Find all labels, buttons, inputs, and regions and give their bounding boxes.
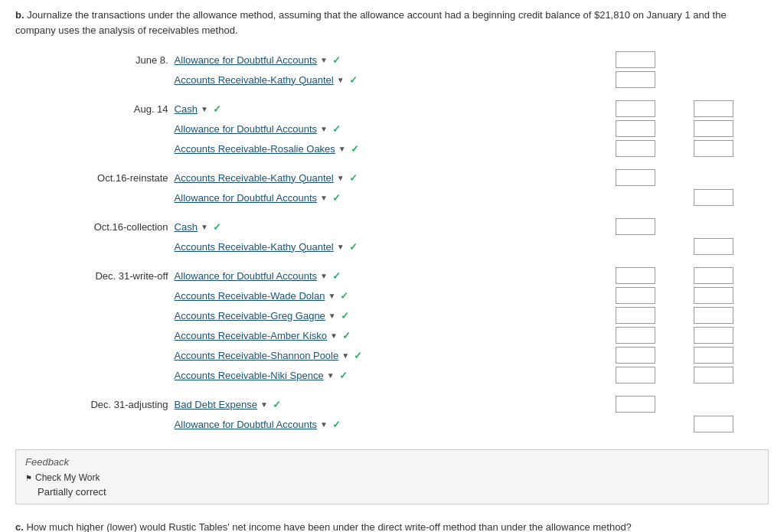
- part-c-text: c. How much higher (lower) would Rustic …: [15, 520, 769, 532]
- credit-input-oct16r-2[interactable]: [694, 189, 733, 206]
- account-allowance-june8[interactable]: Allowance for Doubtful Accounts: [175, 54, 317, 66]
- date-cell: Oct.16-reinstate: [15, 168, 172, 188]
- debit-input-aug14-3[interactable]: [616, 140, 655, 157]
- credit-input-dec31w-6[interactable]: [694, 367, 733, 383]
- dropdown-arrow[interactable]: ▼: [201, 223, 208, 231]
- account-ar-kathy-june8[interactable]: Accounts Receivable-Kathy Quantel: [175, 74, 334, 86]
- debit-input-dec31w-2[interactable]: [616, 287, 655, 304]
- label-b: b.: [15, 9, 24, 21]
- check-icon: ✓: [332, 419, 341, 430]
- debit-input-dec31w-5[interactable]: [616, 347, 655, 364]
- dropdown-arrow[interactable]: ▼: [201, 105, 208, 113]
- debit-cell: [612, 325, 691, 345]
- credit-cell: [691, 217, 769, 237]
- account-ar-kathy-oct16r[interactable]: Accounts Receivable-Kathy Quantel: [175, 172, 334, 184]
- account-select-wrapper: Accounts Receivable-Niki Spence ▼ ✓: [175, 370, 348, 381]
- dropdown-arrow[interactable]: ▼: [341, 351, 349, 360]
- debit-input-dec31w-4[interactable]: [616, 327, 655, 344]
- account-cell: Accounts Receivable-Greg Gagne ▼ ✓: [172, 305, 613, 325]
- account-ar-niki-dec31w[interactable]: Accounts Receivable-Niki Spence: [175, 370, 324, 381]
- account-ar-greg-dec31w[interactable]: Accounts Receivable-Greg Gagne: [175, 310, 325, 321]
- table-row: Allowance for Doubtful Accounts ▼ ✓: [15, 414, 769, 434]
- debit-input-aug14-1[interactable]: [616, 100, 655, 117]
- dropdown-arrow[interactable]: ▼: [337, 76, 345, 84]
- credit-input-dec31w-2[interactable]: [694, 287, 733, 304]
- dropdown-arrow[interactable]: ▼: [260, 400, 268, 409]
- debit-cell: [612, 70, 691, 90]
- credit-input-oct16c-2[interactable]: [694, 238, 733, 255]
- account-select-wrapper: Accounts Receivable-Amber Kisko ▼ ✓: [175, 330, 351, 341]
- check-icon: ✓: [349, 172, 358, 184]
- account-cell: Allowance for Doubtful Accounts ▼ ✓: [172, 50, 613, 70]
- debit-cell: [612, 99, 691, 119]
- account-ar-rosalie-aug14[interactable]: Accounts Receivable-Rosalie Oakes: [175, 143, 335, 155]
- debit-cell: [612, 50, 691, 70]
- credit-input-dec31w-1[interactable]: [694, 267, 733, 284]
- account-allowance-dec31w[interactable]: Allowance for Doubtful Accounts: [175, 270, 317, 282]
- dropdown-arrow[interactable]: ▼: [320, 194, 328, 202]
- dropdown-arrow[interactable]: ▼: [320, 56, 328, 64]
- date-cell: [15, 345, 172, 365]
- account-select-wrapper: Accounts Receivable-Kathy Quantel ▼ ✓: [175, 74, 358, 86]
- credit-input-june8-2[interactable]: [616, 71, 655, 88]
- account-ar-wade-dec31w[interactable]: Accounts Receivable-Wade Dolan: [175, 290, 325, 302]
- dropdown-arrow[interactable]: ▼: [337, 243, 345, 251]
- check-icon: ✓: [339, 370, 348, 381]
- debit-input-oct16r-1[interactable]: [616, 169, 655, 186]
- debit-input-aug14-2[interactable]: [616, 120, 655, 137]
- table-row: Oct.16-reinstate Accounts Receivable-Kat…: [15, 168, 769, 188]
- debit-input-dec31w-3[interactable]: [616, 307, 655, 324]
- account-ar-shannon-dec31w[interactable]: Accounts Receivable-Shannon Poole: [175, 350, 339, 361]
- account-cell: Allowance for Doubtful Accounts ▼ ✓: [172, 188, 613, 207]
- debit-input-dec31a-1[interactable]: [616, 396, 655, 413]
- dropdown-arrow[interactable]: ▼: [327, 371, 335, 380]
- credit-input-aug14-3[interactable]: [694, 140, 733, 157]
- dropdown-arrow[interactable]: ▼: [328, 312, 336, 320]
- account-select-wrapper: Accounts Receivable-Wade Dolan ▼ ✓: [175, 290, 349, 302]
- credit-input-dec31a-2[interactable]: [694, 416, 733, 432]
- check-icon: ✓: [340, 290, 348, 302]
- debit-cell: [612, 365, 691, 385]
- label-c: c.: [15, 521, 24, 532]
- account-cell: Cash ▼ ✓: [172, 217, 613, 237]
- account-select-wrapper: Cash ▼ ✓: [175, 103, 221, 115]
- debit-input-dec31w-1[interactable]: [616, 267, 655, 284]
- debit-cell: [612, 119, 691, 139]
- journal-table: June 8. Allowance for Doubtful Accounts …: [15, 50, 769, 434]
- check-icon: ✓: [332, 192, 341, 204]
- check-my-work-label: Check My Work: [35, 472, 100, 483]
- dropdown-arrow[interactable]: ▼: [328, 292, 335, 300]
- dropdown-arrow[interactable]: ▼: [337, 174, 345, 182]
- credit-input-dec31w-3[interactable]: [694, 307, 733, 324]
- dropdown-arrow[interactable]: ▼: [320, 420, 328, 429]
- account-cell: Allowance for Doubtful Accounts ▼ ✓: [172, 414, 613, 434]
- dropdown-arrow[interactable]: ▼: [320, 272, 328, 280]
- date-cell: June 8.: [15, 50, 172, 70]
- feedback-section: Feedback ⚑ Check My Work Partially corre…: [15, 449, 769, 504]
- credit-input-dec31w-5[interactable]: [694, 347, 733, 364]
- table-row: Accounts Receivable-Wade Dolan ▼ ✓: [15, 286, 769, 305]
- account-cash-aug14[interactable]: Cash: [175, 103, 198, 115]
- date-cell: Oct.16-collection: [15, 217, 172, 237]
- account-cash-oct16c[interactable]: Cash: [175, 221, 198, 233]
- check-icon: ✓: [349, 74, 358, 86]
- debit-input-oct16c-1[interactable]: [616, 218, 655, 235]
- debit-input-dec31w-6[interactable]: [616, 367, 655, 383]
- dropdown-arrow[interactable]: ▼: [330, 331, 338, 340]
- table-row: Dec. 31-adjusting Bad Debt Expense ▼ ✓: [15, 394, 769, 414]
- account-bde-dec31a[interactable]: Bad Debt Expense: [175, 399, 257, 410]
- dropdown-arrow[interactable]: ▼: [320, 125, 328, 133]
- dropdown-arrow[interactable]: ▼: [338, 145, 346, 153]
- credit-input-dec31w-4[interactable]: [694, 327, 733, 344]
- credit-input-aug14-1[interactable]: [694, 100, 733, 117]
- table-row: June 8. Allowance for Doubtful Accounts …: [15, 50, 769, 70]
- debit-input-june8-1[interactable]: [616, 51, 655, 68]
- account-allowance-dec31a[interactable]: Allowance for Doubtful Accounts: [175, 419, 317, 430]
- debit-cell: [612, 286, 691, 305]
- account-allowance-aug14[interactable]: Allowance for Doubtful Accounts: [175, 123, 317, 135]
- credit-input-aug14-2[interactable]: [694, 120, 733, 137]
- account-allowance-oct16r[interactable]: Allowance for Doubtful Accounts: [175, 192, 317, 204]
- account-ar-amber-dec31w[interactable]: Accounts Receivable-Amber Kisko: [175, 330, 327, 341]
- account-select-wrapper: Bad Debt Expense ▼ ✓: [175, 399, 281, 410]
- account-ar-kathy-oct16c[interactable]: Accounts Receivable-Kathy Quantel: [175, 241, 334, 253]
